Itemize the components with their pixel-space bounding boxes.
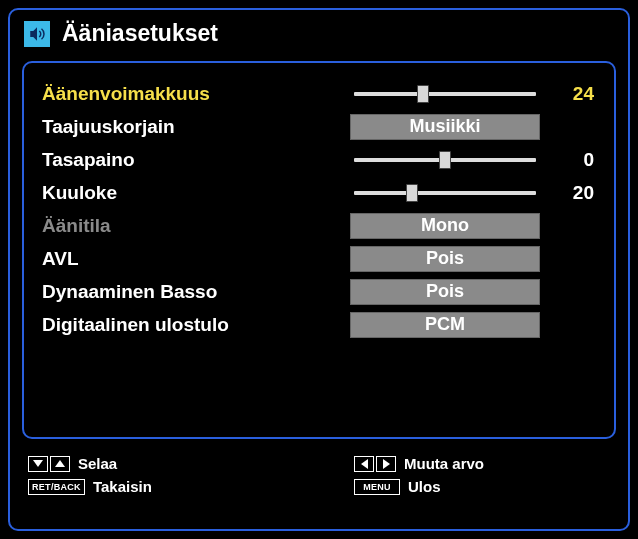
settings-panel: Äänenvoimakkuus24TaajuuskorjainMusiikkiT… (22, 61, 616, 439)
arrow-up-icon (50, 456, 70, 472)
select-control[interactable]: Pois (350, 246, 540, 271)
setting-label: Tasapaino (42, 149, 342, 171)
setting-row[interactable]: ÄänitilaMono (42, 209, 596, 242)
key-group: RET/BACK (28, 479, 85, 495)
select-value: Mono (350, 213, 540, 239)
select-value: PCM (350, 312, 540, 338)
setting-row[interactable]: Digitaalinen ulostuloPCM (42, 308, 596, 341)
select-control[interactable]: PCM (350, 312, 540, 337)
footer-hint-label: Selaa (78, 455, 117, 472)
setting-row[interactable]: Dynaaminen BassoPois (42, 275, 596, 308)
arrow-right-icon (376, 456, 396, 472)
footer-hint: MENUUlos (354, 478, 484, 495)
setting-label: AVL (42, 248, 342, 270)
footer-hint: RET/BACKTakaisin (28, 478, 314, 495)
ret-back-key-icon: RET/BACK (28, 479, 85, 495)
footer-hints: SelaaRET/BACKTakaisin Muuta arvoMENUUlos (10, 449, 628, 503)
arrow-down-icon (28, 456, 48, 472)
footer-hint: Muuta arvo (354, 455, 484, 472)
setting-label: Äänitila (42, 215, 342, 237)
setting-label: Kuuloke (42, 182, 342, 204)
setting-row[interactable]: Tasapaino0 (42, 143, 596, 176)
slider-thumb[interactable] (417, 85, 429, 103)
setting-label: Taajuuskorjain (42, 116, 342, 138)
setting-label: Äänenvoimakkuus (42, 83, 342, 105)
dialog-header: Ääniasetukset (10, 10, 628, 61)
slider-track (354, 92, 536, 96)
select-control[interactable]: Musiikki (350, 114, 540, 139)
dialog-title: Ääniasetukset (62, 20, 218, 47)
select-control[interactable]: Mono (350, 213, 540, 238)
slider-track (354, 191, 536, 195)
footer-hint: Selaa (28, 455, 314, 472)
footer-hint-label: Muuta arvo (404, 455, 484, 472)
setting-label: Digitaalinen ulostulo (42, 314, 342, 336)
menu-key-icon: MENU (354, 479, 400, 495)
sound-settings-icon (24, 21, 50, 47)
key-group (28, 456, 70, 472)
setting-value: 24 (548, 83, 594, 105)
key-group: MENU (354, 479, 400, 495)
select-value: Pois (350, 246, 540, 272)
slider[interactable] (350, 147, 540, 172)
key-group (354, 456, 396, 472)
setting-row[interactable]: AVLPois (42, 242, 596, 275)
setting-row[interactable]: TaajuuskorjainMusiikki (42, 110, 596, 143)
select-value: Musiikki (350, 114, 540, 140)
setting-row[interactable]: Äänenvoimakkuus24 (42, 77, 596, 110)
slider[interactable] (350, 180, 540, 205)
select-control[interactable]: Pois (350, 279, 540, 304)
footer-hint-label: Takaisin (93, 478, 152, 495)
setting-row[interactable]: Kuuloke20 (42, 176, 596, 209)
setting-label: Dynaaminen Basso (42, 281, 342, 303)
slider[interactable] (350, 81, 540, 106)
settings-dialog: Ääniasetukset Äänenvoimakkuus24Taajuusko… (8, 8, 630, 531)
slider-thumb[interactable] (406, 184, 418, 202)
slider-thumb[interactable] (439, 151, 451, 169)
select-value: Pois (350, 279, 540, 305)
arrow-left-icon (354, 456, 374, 472)
setting-value: 20 (548, 182, 594, 204)
footer-hint-label: Ulos (408, 478, 441, 495)
setting-value: 0 (548, 149, 594, 171)
